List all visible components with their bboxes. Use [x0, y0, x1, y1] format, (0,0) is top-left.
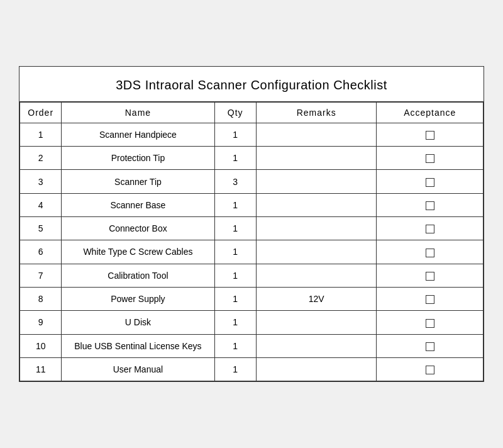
cell-remarks — [256, 334, 377, 357]
cell-qty: 3 — [214, 170, 256, 193]
cell-qty: 1 — [214, 240, 256, 264]
cell-order: 2 — [20, 147, 62, 170]
cell-remarks — [256, 264, 377, 287]
table-row: 7Calibration Tool1 — [20, 264, 484, 287]
acceptance-checkbox[interactable] — [426, 178, 434, 187]
cell-name: White Type C Screw Cables — [62, 240, 214, 264]
cell-name: Calibration Tool — [62, 264, 214, 287]
acceptance-checkbox[interactable] — [426, 131, 434, 140]
cell-remarks — [256, 217, 377, 240]
acceptance-checkbox[interactable] — [426, 272, 434, 281]
cell-name: Protection Tip — [62, 147, 214, 170]
header-acceptance: Acceptance — [377, 102, 484, 123]
table-row: 3Scanner Tip3 — [20, 170, 484, 193]
cell-qty: 1 — [214, 147, 256, 170]
cell-order: 4 — [20, 193, 62, 216]
table-row: 2Protection Tip1 — [20, 147, 484, 170]
cell-order: 1 — [20, 123, 62, 146]
cell-remarks — [256, 357, 377, 381]
acceptance-checkbox[interactable] — [426, 201, 434, 210]
cell-name: Connector Box — [62, 217, 214, 240]
cell-remarks — [256, 147, 377, 170]
cell-acceptance[interactable] — [377, 217, 484, 240]
table-row: 9U Disk1 — [20, 311, 484, 334]
table-row: 10Blue USB Sentinal License Keys1 — [20, 334, 484, 357]
cell-name: Scanner Tip — [62, 170, 214, 193]
cell-name: U Disk — [62, 311, 214, 334]
acceptance-checkbox[interactable] — [426, 366, 434, 374]
acceptance-checkbox[interactable] — [426, 319, 434, 328]
checklist-title: 3DS Intraoral Scanner Configuration Chec… — [19, 67, 484, 102]
cell-acceptance[interactable] — [377, 311, 484, 334]
table-header-row: Order Name Qty Remarks Acceptance — [20, 102, 484, 123]
cell-name: User Manual — [62, 357, 214, 381]
cell-order: 8 — [20, 287, 62, 310]
cell-acceptance[interactable] — [377, 240, 484, 264]
cell-qty: 1 — [214, 311, 256, 334]
cell-acceptance[interactable] — [377, 357, 484, 381]
table-row: 6White Type C Screw Cables1 — [20, 240, 484, 264]
cell-name: Scanner Handpiece — [62, 123, 214, 146]
cell-order: 3 — [20, 170, 62, 193]
cell-acceptance[interactable] — [377, 170, 484, 193]
header-name: Name — [62, 102, 214, 123]
header-remarks: Remarks — [256, 102, 377, 123]
cell-order: 6 — [20, 240, 62, 264]
cell-qty: 1 — [214, 287, 256, 310]
cell-remarks — [256, 240, 377, 264]
cell-acceptance[interactable] — [377, 287, 484, 310]
cell-acceptance[interactable] — [377, 193, 484, 216]
cell-name: Power Supply — [62, 287, 214, 310]
cell-acceptance[interactable] — [377, 147, 484, 170]
cell-qty: 1 — [214, 193, 256, 216]
cell-order: 7 — [20, 264, 62, 287]
cell-order: 10 — [20, 334, 62, 357]
table-row: 4Scanner Base1 — [20, 193, 484, 216]
cell-acceptance[interactable] — [377, 264, 484, 287]
cell-remarks — [256, 123, 377, 146]
cell-remarks — [256, 311, 377, 334]
table-row: 8Power Supply112V — [20, 287, 484, 310]
cell-name: Scanner Base — [62, 193, 214, 216]
checklist-table: Order Name Qty Remarks Acceptance 1Scann… — [19, 102, 484, 381]
cell-remarks — [256, 170, 377, 193]
cell-order: 9 — [20, 311, 62, 334]
cell-remarks: 12V — [256, 287, 377, 310]
acceptance-checkbox[interactable] — [426, 154, 434, 163]
checklist-container: 3DS Intraoral Scanner Configuration Chec… — [19, 66, 484, 382]
acceptance-checkbox[interactable] — [426, 225, 434, 233]
table-row: 11User Manual1 — [20, 357, 484, 381]
table-row: 5Connector Box1 — [20, 217, 484, 240]
cell-acceptance[interactable] — [377, 334, 484, 357]
cell-qty: 1 — [214, 217, 256, 240]
cell-name: Blue USB Sentinal License Keys — [62, 334, 214, 357]
cell-qty: 1 — [214, 264, 256, 287]
cell-remarks — [256, 193, 377, 216]
cell-order: 5 — [20, 217, 62, 240]
cell-acceptance[interactable] — [377, 123, 484, 146]
acceptance-checkbox[interactable] — [426, 295, 434, 304]
cell-order: 11 — [20, 357, 62, 381]
table-row: 1Scanner Handpiece1 — [20, 123, 484, 146]
cell-qty: 1 — [214, 123, 256, 146]
acceptance-checkbox[interactable] — [426, 249, 434, 257]
cell-qty: 1 — [214, 334, 256, 357]
header-qty: Qty — [214, 102, 256, 123]
cell-qty: 1 — [214, 357, 256, 381]
acceptance-checkbox[interactable] — [426, 342, 434, 351]
header-order: Order — [20, 102, 62, 123]
